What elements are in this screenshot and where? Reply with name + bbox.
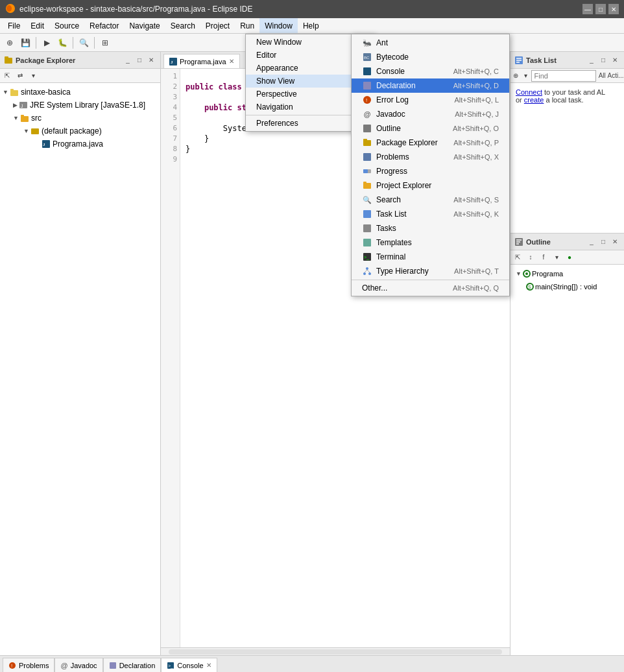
bottom-tab-declaration[interactable]: Declaration — [103, 658, 162, 672]
menu-help[interactable]: Help — [298, 18, 324, 33]
sv-javadoc[interactable]: @ Javadoc Alt+Shift+Q, J — [352, 107, 509, 121]
toolbar-search-button[interactable]: 🔍 — [77, 36, 91, 50]
package-explorer-toolbar: ⇱ ⇄ ▾ — [0, 69, 160, 83]
maximize-button[interactable]: □ — [595, 4, 606, 14]
menu-source[interactable]: Source — [49, 18, 84, 33]
task-search-input[interactable] — [531, 70, 596, 82]
console-close-button[interactable]: ✕ — [206, 662, 211, 669]
outline-tree: ▼ Programa S main(String[]) : void — [510, 265, 624, 655]
sv-pkgexplorer[interactable]: Package Explorer Alt+Shift+Q, P — [352, 136, 509, 150]
tree-item-src[interactable]: ▼ src — [0, 112, 160, 125]
sv-declaration[interactable]: Declaration Alt+Shift+Q, D — [352, 78, 509, 93]
sv-other-shortcut: Alt+Shift+Q, Q — [453, 284, 499, 292]
sv-templates[interactable]: Templates — [352, 235, 509, 250]
perspective-label: Perspective — [256, 90, 297, 99]
sv-search-icon: 🔍 — [362, 195, 372, 205]
close-panel-button[interactable]: ✕ — [146, 55, 156, 66]
minimize-outline-button[interactable]: _ — [586, 237, 597, 247]
editor-tab-close-button[interactable]: ✕ — [229, 58, 234, 65]
line-1: 1 — [161, 71, 177, 82]
connect-link[interactable]: Connect — [516, 88, 542, 96]
minimize-button[interactable]: — — [582, 4, 593, 14]
editor-tab-programa[interactable]: J Programa.java ✕ — [163, 54, 240, 68]
tree-item-sintaxe[interactable]: ▼ sintaxe-basica — [0, 86, 160, 99]
collapse-all-button[interactable]: ⇱ — [1, 70, 13, 82]
outline-panel: Outline _ □ ✕ ⇱ ↕ f ▾ ● ▼ — [510, 234, 624, 655]
close-outline-button[interactable]: ✕ — [610, 237, 620, 247]
sv-errorlog[interactable]: ! Error Log Alt+Shift+Q, L — [352, 93, 509, 107]
sv-outline[interactable]: Outline Alt+Shift+Q, O — [352, 121, 509, 136]
menu-run[interactable]: Run — [235, 18, 259, 33]
outline-circle-button[interactable]: ● — [564, 252, 575, 263]
close-task-button[interactable]: ✕ — [610, 55, 620, 66]
toolbar-save-button[interactable]: 💾 — [18, 36, 32, 50]
menu-navigate[interactable]: Navigate — [124, 18, 165, 33]
sv-tasks[interactable]: Tasks — [352, 221, 509, 235]
sv-outline-icon — [362, 123, 372, 134]
task-search-all-button[interactable]: All — [597, 69, 607, 83]
sv-progress[interactable]: Progress — [352, 164, 509, 178]
outline-item-programa[interactable]: ▼ Programa — [513, 267, 621, 280]
tree-label-pkg: (default package) — [42, 126, 102, 136]
tree-item-programa[interactable]: J Programa.java — [0, 138, 160, 150]
outline-class-icon — [523, 270, 531, 278]
toolbar-debug-button[interactable]: 🐛 — [55, 36, 69, 50]
ant-icon: 🐜 — [362, 38, 372, 48]
sv-terminal[interactable]: >_ Terminal — [352, 250, 509, 264]
editor-horiz-scrollbar[interactable] — [161, 647, 510, 655]
minimize-panel-button[interactable]: _ — [123, 55, 133, 66]
sv-projexplorer[interactable]: Project Explorer — [352, 178, 509, 193]
minimize-task-button[interactable]: _ — [586, 55, 597, 66]
outline-toolbar: ⇱ ↕ f ▾ ● — [510, 250, 624, 265]
outline-header: Outline _ □ ✕ — [510, 234, 624, 250]
tree-label-programa: Programa.java — [53, 139, 103, 149]
menu-project[interactable]: Project — [200, 18, 235, 33]
sv-typehierarchy[interactable]: Type Hierarchy Alt+Shift+Q, T — [352, 264, 509, 278]
link-with-editor-button[interactable]: ⇄ — [14, 70, 26, 82]
tree-item-jre[interactable]: ▶ J JRE System Library [JavaSE-1.8] — [0, 99, 160, 112]
sv-ant[interactable]: 🐜 Ant — [352, 36, 509, 50]
toolbar-perspective-button[interactable]: ⊞ — [98, 36, 112, 50]
menu-refactor[interactable]: Refactor — [84, 18, 124, 33]
sv-tasklist[interactable]: Task List Alt+Shift+Q, K — [352, 207, 509, 221]
create-link[interactable]: create — [524, 96, 544, 104]
menu-window[interactable]: Window — [259, 18, 298, 33]
menu-file[interactable]: File — [3, 18, 25, 33]
outline-hide-fields-button[interactable]: f — [538, 252, 549, 263]
svg-point-52 — [363, 272, 366, 275]
sv-problems[interactable]: Problems Alt+Shift+Q, X — [352, 150, 509, 164]
new-window-label: New Window — [256, 38, 302, 47]
title-bar-left: eclipse-workspace - sintaxe-basica/src/P… — [5, 3, 252, 16]
sv-search[interactable]: 🔍 Search Alt+Shift+Q, S — [352, 193, 509, 207]
close-button[interactable]: ✕ — [608, 4, 619, 14]
task-new-button[interactable]: ⊕ — [512, 70, 520, 82]
title-text: eclipse-workspace - sintaxe-basica/src/P… — [19, 5, 252, 14]
maximize-outline-button[interactable]: □ — [598, 237, 608, 247]
sv-console-icon — [362, 66, 372, 77]
sv-javadoc-shortcut: Alt+Shift+Q, J — [455, 110, 499, 118]
tree-label-src: src — [31, 114, 42, 123]
outline-sort-button[interactable]: ↕ — [525, 252, 536, 263]
outline-item-main[interactable]: S main(String[]) : void — [513, 280, 621, 293]
maximize-task-button[interactable]: □ — [598, 55, 608, 66]
toolbar-separator-1 — [36, 37, 36, 49]
outline-collapse-button[interactable]: ⇱ — [512, 252, 523, 263]
menu-edit[interactable]: Edit — [25, 18, 49, 33]
menu-search[interactable]: Search — [165, 18, 200, 33]
outline-options-button[interactable]: ▾ — [551, 252, 562, 263]
sv-bytecode[interactable]: BC Bytecode — [352, 50, 509, 64]
svg-rect-48 — [363, 239, 371, 246]
task-activate-button[interactable]: Acti... — [608, 69, 623, 83]
toolbar-run-button[interactable]: ▶ — [40, 36, 54, 50]
sv-console[interactable]: Console Alt+Shift+Q, C — [352, 64, 509, 78]
pkg-explorer-menu-button[interactable]: ▾ — [27, 70, 39, 82]
svg-rect-44 — [363, 183, 371, 189]
maximize-panel-button[interactable]: □ — [134, 55, 145, 66]
bottom-tab-problems[interactable]: ! Problems — [3, 658, 54, 672]
bottom-tab-javadoc[interactable]: @ Javadoc — [54, 658, 102, 672]
tree-item-default-pkg[interactable]: ▼ (default package) — [0, 125, 160, 138]
sv-other[interactable]: Other... Alt+Shift+Q, Q — [352, 282, 509, 294]
bottom-tab-console[interactable]: >_ Console ✕ — [161, 658, 217, 672]
task-filter-button[interactable]: ▾ — [522, 70, 530, 82]
toolbar-new-button[interactable]: ⊕ — [3, 36, 17, 50]
